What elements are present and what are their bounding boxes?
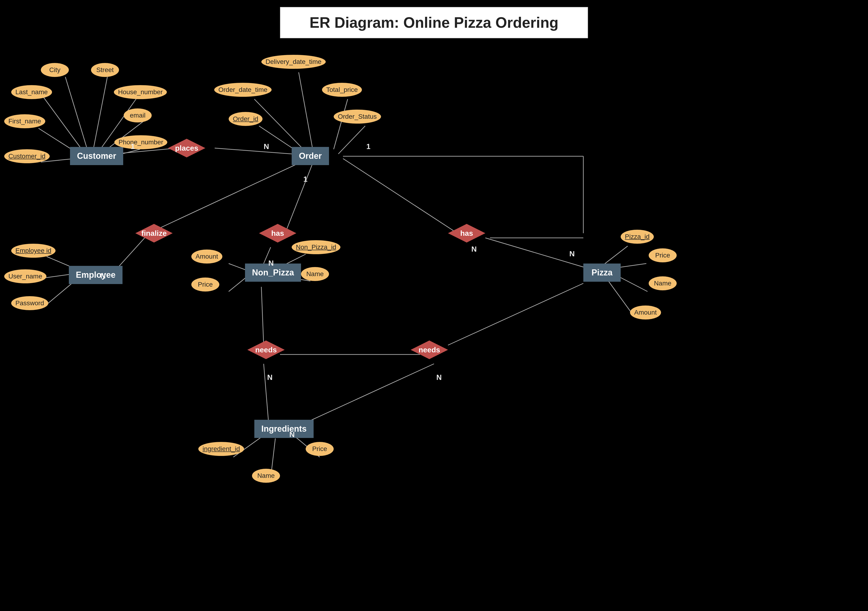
- attr-email: email: [124, 108, 152, 122]
- attr-ingredient-price: Price: [306, 442, 334, 456]
- attr-first-name: First_name: [4, 114, 45, 128]
- svg-line-21: [343, 159, 457, 233]
- attr-ingredient-name: Name: [252, 469, 280, 483]
- svg-line-9: [215, 148, 292, 154]
- attr-customer-id: Customer_id: [4, 149, 50, 163]
- svg-line-35: [292, 364, 434, 429]
- relation-has-pizza: has: [448, 224, 485, 243]
- relation-needs-nonpizza: needs: [247, 340, 285, 359]
- entity-employee: Employee: [69, 266, 122, 284]
- entity-ingredients: Ingredients: [254, 420, 314, 438]
- attr-non-pizza-name: Name: [301, 267, 329, 281]
- svg-line-14: [338, 126, 365, 154]
- attr-city: City: [41, 63, 69, 77]
- attr-last-name: Last_name: [11, 85, 52, 99]
- relation-needs-pizza: needs: [411, 340, 448, 359]
- card-1-order-down: 1: [303, 175, 307, 184]
- relation-has-nonpizza: has: [259, 224, 296, 243]
- attr-total-price: Total_price: [322, 83, 362, 97]
- card-n-nonpizza-needs: N: [267, 373, 273, 382]
- svg-line-1: [93, 77, 107, 149]
- card-n-has-pizza-right: N: [569, 249, 575, 258]
- card-1-customer-places: 1: [131, 142, 135, 151]
- svg-line-18: [229, 276, 247, 291]
- attr-pizza-amount: Amount: [630, 305, 661, 320]
- svg-line-13: [334, 99, 348, 149]
- svg-line-25: [616, 275, 648, 291]
- svg-line-22: [485, 238, 583, 267]
- attr-pizza-name: Name: [649, 276, 677, 290]
- card-n-has-nonpizza: N: [268, 259, 274, 268]
- attr-user-name: User_name: [4, 269, 46, 283]
- attr-pizza-price: Price: [649, 248, 677, 262]
- relation-places: places: [168, 139, 205, 158]
- entity-customer: Customer: [70, 147, 123, 165]
- attr-delivery-date-time: Delivery_date_time: [261, 55, 326, 69]
- svg-line-28: [159, 163, 299, 229]
- svg-line-15: [287, 163, 313, 229]
- diagram-title: ER Diagram: Online Pizza Ordering: [310, 14, 559, 31]
- attr-price-nonpizza: Price: [191, 277, 219, 291]
- card-n-employee: N: [100, 272, 106, 280]
- svg-line-33: [264, 364, 268, 420]
- attr-street: Street: [91, 63, 119, 77]
- card-n-has-pizza-left: N: [471, 245, 477, 254]
- attr-order-date-time: Order_date_time: [214, 83, 271, 97]
- card-n-ingredients: N: [289, 430, 295, 439]
- relation-finalize: finalize: [135, 224, 173, 243]
- entity-order: Order: [292, 147, 329, 165]
- attr-non-pizza-id: Non_Pizza_id: [292, 240, 341, 254]
- svg-line-11: [254, 99, 303, 149]
- card-1-order-right: 1: [366, 142, 370, 151]
- svg-line-0: [65, 77, 89, 154]
- attr-password: Password: [11, 296, 48, 310]
- card-n-places-order: N: [264, 142, 269, 151]
- attr-order-id: Order_id: [229, 112, 262, 126]
- attr-pizza-id: Pizza_id: [621, 230, 654, 244]
- svg-line-31: [45, 281, 75, 305]
- svg-line-34: [448, 283, 583, 345]
- attr-phone-number: Phone_number: [114, 135, 167, 149]
- svg-line-23: [602, 246, 628, 266]
- svg-line-2: [43, 97, 82, 149]
- diagram-title-box: ER Diagram: Online Pizza Ordering: [280, 7, 588, 38]
- attr-ingredient-id: ingredient_id: [198, 442, 244, 456]
- attr-house-number: House_number: [114, 85, 167, 99]
- svg-line-32: [261, 287, 264, 345]
- attr-employee-id: Employee id: [11, 244, 56, 258]
- attr-order-status: Order_Status: [334, 110, 381, 124]
- svg-line-10: [299, 72, 313, 149]
- card-n-pizza-needs: N: [436, 373, 442, 382]
- attr-amount-nonpizza: Amount: [191, 249, 222, 263]
- er-diagram: ER Diagram: Online Pizza Ordering: [0, 0, 868, 611]
- svg-line-17: [229, 263, 247, 271]
- entity-pizza: Pizza: [583, 263, 621, 282]
